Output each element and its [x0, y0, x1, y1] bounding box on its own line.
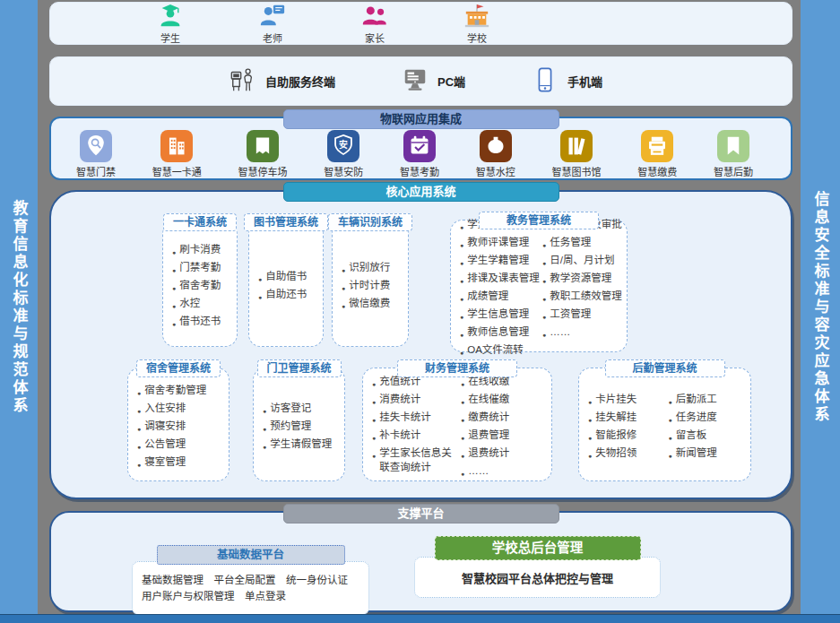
feature-item: ●微信缴费 — [342, 296, 404, 314]
bullet-icon: ● — [460, 238, 463, 253]
feature-item: ●挂失卡统计 — [372, 410, 459, 428]
bullet-icon: ● — [669, 449, 672, 463]
bullet-icon: ● — [342, 299, 345, 314]
feature-item: ●卡片挂失 — [588, 392, 667, 410]
iot-app-label: 智慧安防 — [324, 164, 363, 178]
user-role-group: 学生 — [145, 3, 195, 45]
terminal-label: PC端 — [437, 73, 465, 90]
door-access-icon — [80, 130, 112, 162]
bottom-bar — [0, 614, 840, 623]
core-systems-panel: 核心应用系统 一卡通系统●刷卡消费●门禁考勤●宿舍考勤●水控●借书还书图书管理系… — [49, 190, 792, 499]
feature-item: ●留言板 — [669, 428, 748, 446]
bullet-icon: ● — [263, 422, 266, 437]
system-card: 后勤管理系统●卡片挂失●挂失解挂●智能报修●失物招领●后勤派工●任务进度●留言板… — [578, 368, 751, 481]
feature-item: ●在线催缴 — [461, 392, 548, 410]
bullet-icon: ● — [460, 274, 463, 289]
support-panel-title: 支撑平台 — [283, 504, 559, 523]
feature-item: ●补卡统计 — [372, 428, 459, 446]
logistics-icon — [717, 130, 749, 162]
feature-item: ●后勤派工 — [669, 392, 748, 410]
system-card: 财务管理系统●充值统计●消费统计●挂失卡统计●补卡统计●学生家长信息关联查询统计… — [362, 368, 552, 481]
pc-icon — [402, 66, 429, 97]
iot-app-label: 智慧缴费 — [637, 164, 677, 178]
iot-app-group: 智慧门禁 — [76, 130, 116, 178]
iot-app-group: 智慧一卡通 — [152, 130, 202, 178]
bullet-icon: ● — [460, 256, 463, 271]
system-card: 一卡通系统●刷卡消费●门禁考勤●宿舍考勤●水控●借书还书 — [162, 221, 238, 347]
feature-item: ●OA文件流转 — [460, 342, 541, 360]
bullet-icon: ● — [137, 386, 141, 401]
iot-app-group: 智慧考勤 — [400, 130, 439, 178]
payment-icon — [641, 130, 673, 162]
user-role-group: 学校 — [452, 3, 502, 45]
onecard-icon — [160, 130, 193, 162]
bullet-icon: ● — [460, 292, 463, 307]
iot-app-group: 智慧缴费 — [637, 130, 677, 178]
feature-item: ●调寝安排 — [137, 419, 225, 437]
right-sidebar-label: 信息安全标准与容灾应急体系 — [813, 191, 828, 424]
feature-item: ●工资管理 — [542, 307, 623, 324]
bullet-icon: ● — [258, 273, 262, 287]
feature-item: ●任务进度 — [669, 410, 748, 428]
iot-app-group: 智慧水控 — [476, 130, 515, 178]
feature-item: ●宿舍考勤管理 — [137, 383, 225, 401]
attendance-icon — [403, 130, 436, 162]
iot-app-label: 智慧一卡通 — [152, 164, 202, 178]
bullet-icon: ● — [588, 449, 592, 463]
iot-app-label: 智慧停车场 — [238, 164, 288, 178]
system-title: 一卡通系统 — [163, 213, 237, 231]
school-admin-platform: 学校总后台管理 智慧校园平台总体把控与管理 — [414, 536, 661, 598]
left-standards-sidebar: 教育信息化标准与规范体系 — [0, 0, 38, 615]
system-card: 门卫管理系统●访客登记●预约管理●学生请假管理 — [253, 368, 345, 481]
left-sidebar-label: 教育信息化标准与规范体系 — [12, 200, 27, 415]
feature-item: ●智能报修 — [588, 428, 667, 446]
system-card: 教务管理系统●学生评分管理●教师评课管理●学生学籍管理●排课及课表管理●成绩管理… — [450, 220, 628, 352]
bullet-icon: ● — [461, 431, 464, 446]
bullet-icon: ● — [542, 256, 546, 271]
client-terminals-panel: 自助服务终端PC端手机端 — [49, 56, 792, 106]
bullet-icon: ● — [460, 346, 463, 360]
feature-item: ●退费管理 — [461, 428, 548, 446]
user-role-label: 学生 — [160, 30, 180, 45]
user-role-group: 家长 — [350, 3, 400, 45]
feature-item: ●…… — [542, 324, 623, 342]
feature-item: ●教师信息管理 — [460, 324, 541, 342]
feature-item: ●识别放行 — [342, 260, 404, 278]
feature-item: ●教师评课管理 — [460, 235, 541, 253]
iot-integration-panel: 物联网应用集成 智慧门禁智慧一卡通智慧停车场安智慧安防智慧考勤智慧水控智慧图书馆… — [49, 117, 792, 180]
feature-item: ●任务管理 — [542, 235, 623, 253]
feature-item: ●新闻管理 — [669, 446, 748, 463]
system-title: 财务管理系统 — [397, 359, 517, 377]
system-title: 车辆识别系统 — [328, 213, 412, 231]
bullet-icon: ● — [461, 449, 464, 463]
feature-item: ●自助还书 — [258, 287, 319, 305]
bullet-icon: ● — [372, 377, 376, 392]
feature-item: ●预约管理 — [263, 419, 341, 437]
feature-item: ●自助借书 — [258, 269, 319, 287]
feature-item: ●缴费统计 — [461, 410, 548, 428]
user-roles-panel: 学生老师家长学校 — [49, 2, 792, 45]
system-title: 后勤管理系统 — [604, 359, 724, 377]
school-admin-desc: 智慧校园平台总体把控与管理 — [462, 569, 613, 586]
system-title: 教务管理系统 — [479, 212, 599, 229]
bullet-icon: ● — [669, 413, 672, 428]
base-data-platform-card: 基础数据管理 平台全局配置 统一身份认证 用户账户与权限管理 单点登录 — [132, 561, 369, 615]
svg-text:安: 安 — [339, 139, 348, 150]
bullet-icon: ● — [460, 221, 463, 235]
parking-icon — [247, 130, 279, 162]
core-panel-title: 核心应用系统 — [283, 182, 559, 202]
school-admin-title: 学校总后台管理 — [435, 536, 641, 560]
bullet-icon: ● — [263, 404, 266, 419]
feature-item: ●成绩管理 — [460, 289, 541, 307]
iot-app-label: 智慧图书馆 — [552, 164, 602, 178]
bullet-icon: ● — [137, 458, 141, 472]
bullet-icon: ● — [172, 317, 176, 332]
feature-item: ●教职工绩效管理 — [542, 289, 623, 307]
feature-item: ●失物招领 — [588, 446, 667, 463]
right-security-sidebar: 信息安全标准与容灾应急体系 — [801, 0, 840, 615]
iot-app-label: 智慧门禁 — [76, 164, 116, 178]
feature-item: ●水控 — [172, 296, 233, 314]
iot-app-label: 智慧考勤 — [400, 164, 439, 178]
library-icon — [560, 130, 593, 162]
terminal-group: 手机端 — [532, 66, 602, 97]
